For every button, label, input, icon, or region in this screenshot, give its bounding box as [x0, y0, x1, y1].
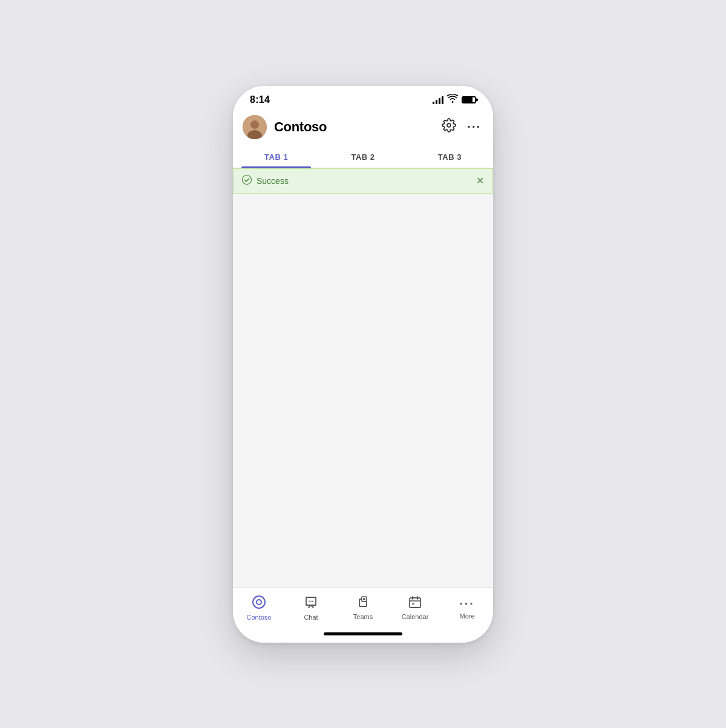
home-bar	[324, 632, 402, 635]
battery-icon	[462, 96, 476, 103]
svg-point-7	[310, 600, 312, 602]
bottom-nav: Contoso Chat	[233, 587, 493, 626]
status-icons	[433, 94, 476, 105]
svg-point-11	[363, 598, 365, 600]
tabs-bar: TAB 1 TAB 2 TAB 3	[233, 145, 493, 168]
signal-icon	[433, 96, 443, 104]
svg-rect-12	[410, 598, 420, 608]
more-nav-icon: ···	[459, 596, 475, 611]
success-check-icon	[242, 175, 252, 187]
teams-nav-icon	[355, 595, 371, 611]
tab-tab2[interactable]: TAB 2	[319, 145, 406, 168]
success-message: Success	[257, 176, 289, 186]
svg-point-8	[312, 600, 313, 602]
nav-label-more: More	[459, 612, 474, 620]
nav-item-contoso[interactable]: Contoso	[233, 592, 285, 623]
nav-label-chat: Chat	[304, 614, 318, 621]
svg-rect-13	[412, 603, 414, 605]
svg-point-4	[253, 596, 265, 608]
home-indicator	[233, 626, 493, 643]
chat-nav-icon	[304, 595, 318, 612]
success-close-button[interactable]: ✕	[476, 175, 484, 186]
svg-point-6	[309, 600, 310, 602]
status-bar: 8:14	[233, 86, 493, 110]
app-title: Contoso	[274, 119, 442, 135]
gear-icon[interactable]	[442, 118, 456, 136]
more-dots-icon[interactable]: ···	[467, 120, 481, 134]
avatar	[243, 115, 267, 139]
svg-point-5	[257, 600, 261, 605]
nav-label-contoso: Contoso	[247, 614, 272, 621]
wifi-icon	[447, 94, 458, 105]
header-actions: ···	[442, 118, 481, 136]
nav-item-teams[interactable]: Teams	[337, 593, 389, 623]
tab-tab3[interactable]: TAB 3	[407, 145, 493, 168]
avatar-image	[243, 115, 267, 139]
nav-label-teams: Teams	[353, 613, 373, 620]
svg-point-3	[243, 175, 252, 184]
nav-item-more[interactable]: ··· More	[441, 594, 493, 622]
nav-item-calendar[interactable]: Calendar	[389, 593, 441, 623]
app-header: Contoso ···	[233, 110, 493, 145]
calendar-nav-icon	[408, 595, 422, 611]
contoso-nav-icon	[252, 595, 266, 612]
status-time: 8:14	[250, 94, 270, 105]
success-banner: Success ✕	[233, 168, 493, 194]
svg-point-1	[250, 120, 259, 129]
tab-tab1[interactable]: TAB 1	[233, 145, 319, 168]
nav-item-chat[interactable]: Chat	[285, 592, 337, 623]
nav-label-calendar: Calendar	[402, 613, 429, 620]
content-area: Success ✕	[233, 168, 493, 587]
phone-shell: 8:14	[233, 86, 493, 643]
